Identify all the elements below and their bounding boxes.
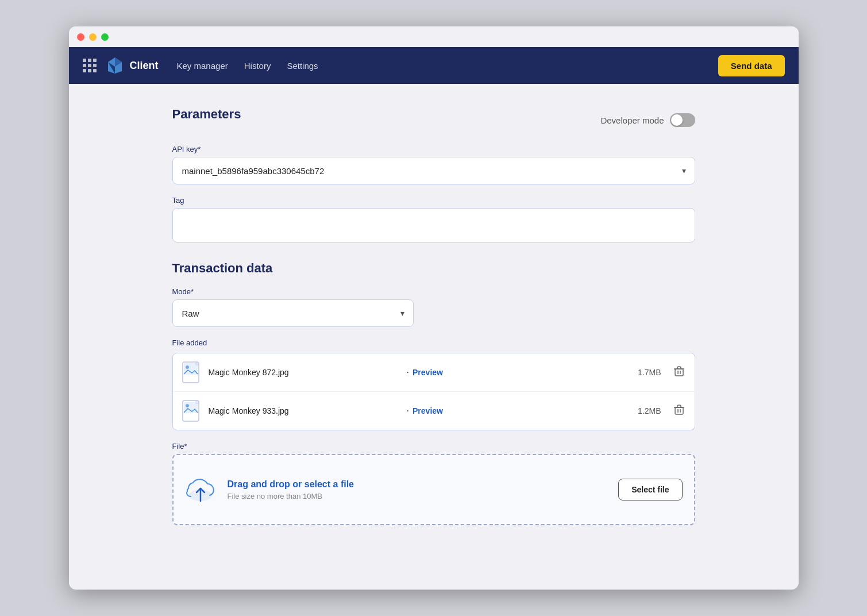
- file-added-label: File added: [172, 338, 695, 347]
- nav-history[interactable]: History: [244, 61, 271, 71]
- svg-rect-7: [675, 369, 683, 376]
- file-icon-image: [182, 361, 202, 383]
- file-delete-button-1[interactable]: [673, 365, 685, 380]
- tag-label: Tag: [172, 196, 695, 205]
- app-name: Client: [130, 60, 159, 72]
- grid-menu-icon[interactable]: [83, 59, 97, 72]
- svg-point-5: [186, 365, 189, 369]
- dropzone-left-content: Drag and drop or select a file File size…: [185, 476, 354, 503]
- tag-field: Tag: [172, 196, 695, 261]
- nav-key-manager[interactable]: Key manager: [177, 61, 228, 71]
- dropzone-sub-text: File size no more than 10MB: [228, 492, 354, 500]
- app-logo: Client: [106, 56, 159, 75]
- parameters-title: Parameters: [172, 107, 241, 122]
- mode-select[interactable]: Raw Structured: [172, 299, 414, 327]
- mode-label: Mode*: [172, 287, 695, 296]
- upload-cloud-icon: [185, 476, 216, 503]
- parameters-header: Parameters Developer mode: [172, 107, 695, 133]
- svg-rect-14: [675, 407, 683, 414]
- logo-icon: [106, 56, 124, 75]
- file-delete-button-2[interactable]: [673, 403, 685, 419]
- developer-mode-toggle[interactable]: [670, 113, 695, 127]
- titlebar: [69, 26, 799, 47]
- mode-field: Mode* Raw Structured ▾: [172, 287, 695, 327]
- mode-select-wrapper: Raw Structured ▾: [172, 299, 414, 327]
- tag-input[interactable]: [172, 208, 695, 242]
- file-list: Magic Monkey 872.jpg · Preview 1.7MB: [172, 353, 695, 430]
- api-key-field: API key* mainnet_b5896fa959abc330645cb72…: [172, 145, 695, 184]
- file-name-1: Magic Monkey 872.jpg: [209, 368, 403, 377]
- dropzone-main-text: Drag and drop or select a file: [228, 479, 354, 490]
- file-item: Magic Monkey 872.jpg · Preview 1.7MB: [173, 353, 695, 392]
- file-icon-image-2: [182, 400, 202, 422]
- developer-mode-label: Developer mode: [600, 116, 664, 125]
- file-item: Magic Monkey 933.jpg · Preview 1.2MB: [173, 392, 695, 430]
- upload-icon-wrap: [185, 476, 216, 503]
- minimize-button[interactable]: [89, 33, 97, 41]
- trash-icon-2: [673, 403, 685, 416]
- maximize-button[interactable]: [101, 33, 109, 41]
- close-button[interactable]: [77, 33, 84, 41]
- file-name-2: Magic Monkey 933.jpg: [209, 406, 403, 415]
- svg-point-12: [186, 404, 189, 407]
- navbar: Client Key manager History Settings Send…: [69, 47, 799, 84]
- developer-mode-control: Developer mode: [600, 113, 695, 127]
- file-dropzone[interactable]: Drag and drop or select a file File size…: [172, 454, 695, 525]
- nav-settings[interactable]: Settings: [287, 61, 318, 71]
- svg-rect-11: [184, 402, 198, 413]
- dot-separator-1: ·: [407, 367, 409, 378]
- svg-rect-4: [184, 363, 198, 375]
- send-data-button[interactable]: Send data: [718, 55, 785, 76]
- api-key-label: API key*: [172, 145, 695, 153]
- transaction-data-title: Transaction data: [172, 261, 695, 276]
- app-window: Client Key manager History Settings Send…: [69, 26, 799, 590]
- toggle-knob: [671, 114, 683, 126]
- file-preview-link-1[interactable]: Preview: [413, 368, 443, 377]
- api-key-select[interactable]: mainnet_b5896fa959abc330645cb72: [172, 157, 695, 184]
- api-key-select-wrapper: mainnet_b5896fa959abc330645cb72 ▾: [172, 157, 695, 184]
- file-size-1: 1.7MB: [638, 368, 661, 377]
- file-size-2: 1.2MB: [638, 406, 661, 415]
- dot-separator-2: ·: [407, 406, 409, 416]
- dropzone-text-block: Drag and drop or select a file File size…: [228, 479, 354, 500]
- main-content: Parameters Developer mode API key* mainn…: [69, 84, 799, 590]
- file-preview-link-2[interactable]: Preview: [413, 406, 443, 415]
- select-file-button[interactable]: Select file: [618, 479, 682, 500]
- trash-icon-1: [673, 365, 685, 378]
- file-input-label: File*: [172, 442, 695, 451]
